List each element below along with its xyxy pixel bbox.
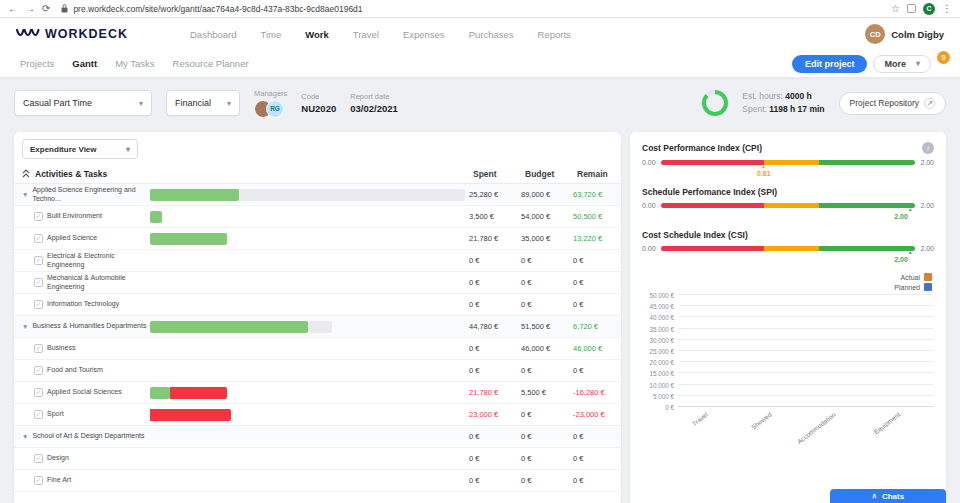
reload-icon[interactable]: ⟳: [42, 4, 50, 14]
kpi-gauge: Cost Performance Index (CPI)i0.00▲0.812.…: [642, 142, 934, 178]
budget-value: 0 €: [517, 432, 569, 441]
gauge-value: 2.00: [894, 256, 908, 263]
edit-project-button[interactable]: Edit project: [792, 55, 868, 73]
task-checkbox-icon[interactable]: ✓: [34, 476, 43, 485]
table-row[interactable]: ✓Business0 €46,000 €46,000 €: [14, 338, 621, 360]
brand-name: WORKDECK: [45, 27, 128, 41]
remain-value: 0 €: [569, 366, 621, 375]
remain-value: 0 €: [569, 256, 621, 265]
tab-gantt[interactable]: Gantt: [72, 58, 97, 69]
project-repository-button[interactable]: Project Repository ↗: [839, 92, 946, 115]
spent-bar: [150, 211, 162, 223]
task-checkbox-icon[interactable]: ✓: [34, 300, 43, 309]
table-row[interactable]: ✓Applied Social Sciences21,780 €5,500 €-…: [14, 382, 621, 404]
bookmark-star-icon[interactable]: ☆: [891, 4, 900, 14]
table-row[interactable]: ✓Fine Art0 €0 €0 €: [14, 470, 621, 492]
legend-label: Actual: [901, 274, 920, 281]
progress-bar-cell: [150, 233, 465, 245]
browser-profile-avatar[interactable]: C: [923, 3, 935, 15]
task-name-cell: ✓Food and Tourism: [14, 366, 150, 375]
nav-item-dashboard[interactable]: Dashboard: [190, 29, 236, 40]
task-checkbox-icon[interactable]: ✓: [34, 234, 43, 243]
view-filter-select[interactable]: Financial ▾: [166, 90, 240, 116]
nav-item-purchases[interactable]: Purchases: [469, 29, 514, 40]
overspent-bar: [150, 409, 231, 421]
x-tick-label: Equipment: [872, 411, 901, 436]
spent-value: 0 €: [465, 454, 517, 463]
table-row[interactable]: ✓Information Technology0 €0 €0 €: [14, 294, 621, 316]
chart-legend: ActualPlanned: [642, 273, 932, 291]
nav-item-work[interactable]: Work: [305, 29, 329, 40]
task-checkbox-icon[interactable]: ✓: [34, 278, 43, 287]
x-tick: Showed: [742, 407, 806, 437]
code-group: Code NU2020: [301, 92, 336, 114]
project-filter-select[interactable]: Casual Part Time ▾: [14, 90, 152, 116]
browser-menu-icon[interactable]: ⋮: [942, 4, 952, 14]
table-row[interactable]: ✓Electrical & Electronic Engineering0 €0…: [14, 250, 621, 272]
task-name-cell: ✓Business: [14, 344, 150, 353]
chats-button[interactable]: ∧ Chats: [830, 489, 946, 503]
table-row[interactable]: ▼Business & Humanities Departments44,780…: [14, 316, 621, 338]
nav-item-reports[interactable]: Reports: [538, 29, 571, 40]
url-bar[interactable]: pre.workdeck.com/site/work/gantt/aac764a…: [57, 4, 884, 14]
expenditure-panel: Expenditure View ▾ Activities & Tasks Sp…: [14, 132, 621, 503]
remain-value: 0 €: [569, 476, 621, 485]
gauge-min-label: 0.00: [642, 159, 656, 166]
info-icon[interactable]: i: [922, 142, 934, 154]
nav-item-expenses[interactable]: Expenses: [403, 29, 445, 40]
remain-value: 46,000 €: [569, 344, 621, 353]
task-checkbox-icon[interactable]: ✓: [34, 256, 43, 265]
user-name[interactable]: Colm Digby: [891, 29, 944, 40]
task-checkbox-icon[interactable]: ✓: [34, 388, 43, 397]
spent-value: 3,500 €: [465, 212, 517, 221]
chevron-down-icon[interactable]: ▼: [22, 323, 28, 330]
y-tick-label: 20.000 €: [649, 359, 674, 366]
table-row[interactable]: ▼School of Art & Design Departments0 €0 …: [14, 426, 621, 448]
task-name: Electrical & Electronic Engineering: [47, 252, 150, 269]
kpi-gauge: Schedule Perfomance Index (SPI)0.00▲2.00…: [642, 187, 934, 221]
gauge-value: 0.81: [757, 170, 771, 177]
expenditure-view-select[interactable]: Expenditure View ▾: [22, 139, 138, 159]
table-row[interactable]: ✓Applied Science21,780 €35,000 €13,220 €: [14, 228, 621, 250]
task-checkbox-icon[interactable]: ✓: [34, 366, 43, 375]
view-filter-value: Financial: [175, 98, 211, 108]
est-hours-value: 4000 h: [785, 91, 811, 101]
report-date-value: 03/02/2021: [350, 103, 398, 114]
manager-avatar-2[interactable]: RG: [266, 100, 284, 118]
notification-badge[interactable]: 9: [937, 51, 950, 64]
more-button[interactable]: More ▾: [873, 55, 931, 73]
tab-my-tasks[interactable]: My Tasks: [115, 58, 154, 69]
collapse-all-icon[interactable]: [22, 169, 30, 178]
nav-item-time[interactable]: Time: [260, 29, 281, 40]
progress-bar-cell: [150, 277, 465, 289]
remain-value: 0 €: [569, 432, 621, 441]
chevron-down-icon[interactable]: ▼: [22, 191, 28, 198]
budget-value: 35,000 €: [517, 234, 569, 243]
back-icon[interactable]: ←: [8, 4, 18, 14]
tab-resource-planner[interactable]: Resource Planner: [173, 58, 249, 69]
user-avatar[interactable]: CD: [865, 24, 885, 44]
x-tick: Accommodation: [806, 407, 870, 437]
table-row[interactable]: ✓Food and Tourism0 €0 €0 €: [14, 360, 621, 382]
table-row[interactable]: ✓Sport23,000 €0 €-23,000 €: [14, 404, 621, 426]
tab-projects[interactable]: Projects: [20, 58, 54, 69]
task-checkbox-icon[interactable]: ✓: [34, 410, 43, 419]
legend-item: Planned: [894, 283, 932, 291]
workdeck-logo[interactable]: WORKDECK: [16, 27, 128, 41]
chevron-down-icon[interactable]: ▼: [22, 433, 28, 440]
table-row[interactable]: ✓Mechanical & Automobile Engineering0 €0…: [14, 272, 621, 294]
task-checkbox-icon[interactable]: ✓: [34, 212, 43, 221]
chats-label: Chats: [882, 492, 904, 501]
task-checkbox-icon[interactable]: ✓: [34, 454, 43, 463]
budget-value: 0 €: [517, 300, 569, 309]
task-checkbox-icon[interactable]: ✓: [34, 344, 43, 353]
table-row[interactable]: ▼Applied Science Engineering and Techno.…: [14, 184, 621, 206]
table-row[interactable]: ✓Built Environment3,500 €54,000 €50,500 …: [14, 206, 621, 228]
forward-icon[interactable]: →: [25, 4, 35, 14]
nav-item-travel[interactable]: Travel: [353, 29, 379, 40]
code-value: NU2020: [301, 103, 336, 114]
progress-bar-cell: [150, 409, 465, 421]
extensions-icon[interactable]: [907, 4, 916, 13]
table-row[interactable]: ✓Design0 €0 €0 €: [14, 448, 621, 470]
y-tick-label: 0 €: [665, 404, 674, 411]
